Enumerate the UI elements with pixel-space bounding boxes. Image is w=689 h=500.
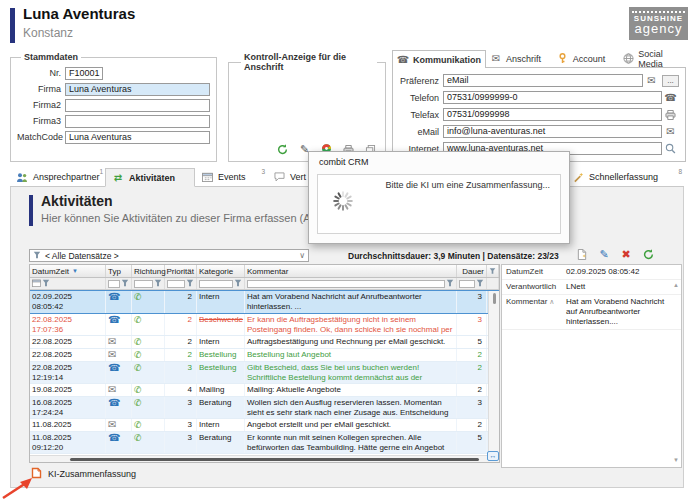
cell-datumzeit: 11.08.2025 09:12:20 — [30, 432, 106, 453]
table-row[interactable]: 16.08.2025 17:24:24 ☎ ✆ 3 Beratung Wolle… — [30, 397, 499, 419]
detail-value[interactable]: Hat am Vorabend Nachricht auf Anrufbeant… — [566, 297, 665, 327]
filter-input[interactable] — [167, 280, 185, 288]
date-picker-button[interactable] — [655, 266, 667, 278]
cell-dauer: 3 — [457, 291, 487, 313]
column-header-datumzeit[interactable]: DatumZeit▼ — [30, 265, 106, 277]
communication-tab[interactable]: Account — [553, 50, 620, 68]
column-header-typ[interactable]: Typ — [106, 265, 132, 277]
vertical-scrollbar[interactable] — [488, 291, 499, 454]
text-input[interactable] — [65, 115, 210, 128]
scroll-down-icon[interactable]: ▼ — [673, 457, 679, 463]
table-row[interactable]: 22.08.2025 12:19:14 ☎ ✆ 3 Bestellung Gib… — [30, 362, 499, 384]
refresh-icon[interactable] — [276, 143, 289, 156]
text-input[interactable]: Luna Aventuras — [65, 131, 210, 144]
record-filter-dropdown[interactable]: < Alle Datensätze > ∨ — [29, 249, 309, 262]
table-row[interactable]: 02.09.2025 08:05:42 ☎ ✆ 2 Intern Hat am … — [30, 290, 499, 314]
communication-tab[interactable]: ✉ Anschrift — [486, 50, 553, 68]
filter-input[interactable] — [247, 280, 445, 288]
funnel-icon[interactable] — [121, 279, 129, 289]
outgoing-call-icon: ✆ — [134, 337, 142, 347]
communication-tab[interactable]: ☎ Kommunikation — [392, 50, 486, 68]
edit-record-button[interactable]: ✎ — [598, 248, 610, 260]
phone-icon: ☎ — [108, 398, 120, 408]
detail-value[interactable]: 02.09.2025 08:05:42 — [566, 267, 665, 277]
column-header-kategorie[interactable]: Kategorie — [197, 265, 245, 277]
column-header-kommentar[interactable]: Kommentar — [245, 265, 457, 277]
calendar-icon — [201, 172, 213, 182]
horizontal-scrollbar[interactable] — [30, 455, 499, 462]
main-tab[interactable]: Schnellerfassung 8 — [566, 168, 684, 186]
chevron-down-icon: ∨ — [299, 251, 305, 260]
page-title: Luna Aventuras — [23, 5, 135, 22]
printer-icon[interactable] — [662, 110, 679, 120]
text-input[interactable]: eMail — [443, 74, 643, 87]
text-input[interactable]: 07531/0999998 — [443, 108, 662, 121]
funnel-icon[interactable] — [186, 279, 194, 289]
funnel-icon[interactable] — [487, 265, 499, 277]
address-preview-legend: Kontroll-Anzeige für die Anschrift — [241, 52, 377, 72]
cell-kommentar: Wollen sich den Ausflug reservieren lass… — [245, 397, 457, 418]
envelope-icon[interactable]: ✉ — [643, 75, 660, 86]
tab-label: Kommunikation — [413, 55, 481, 65]
globe-icon — [623, 53, 634, 64]
cell-dauer: 2 — [457, 362, 487, 383]
delete-record-button[interactable]: ✖ — [620, 248, 632, 260]
calendar-mini-icon[interactable] — [32, 279, 41, 289]
cell-kategorie: Bestellung — [197, 362, 245, 383]
cell-datumzeit: 02.09.2025 08:05:42 — [30, 291, 106, 313]
main-tab[interactable]: Events 3 — [195, 168, 267, 186]
envelope-icon: ✉ — [108, 385, 116, 395]
table-row[interactable]: 22.08.2025 17:07:36 ☎ ✆ 2 Beschwerde Er … — [30, 314, 499, 336]
table-row[interactable]: 22.08.2025 14:47:14 ✉ ✆ 2 Intern Auftrag… — [30, 336, 499, 349]
phone-icon: ☎ — [108, 433, 120, 443]
scroll-up-icon[interactable]: ▲ — [673, 282, 679, 288]
tab-shortcut-badge: 8 — [678, 168, 682, 175]
text-input[interactable] — [65, 99, 210, 112]
filter-input[interactable] — [108, 280, 120, 288]
splitter-resize-button[interactable]: ↔ — [487, 451, 499, 461]
column-header-richtung[interactable]: Richtung — [132, 265, 165, 277]
funnel-icon[interactable] — [154, 279, 162, 289]
table-row[interactable]: 11.08.2025 09:12:20 ☎ ✆ 3 Beratung Er ko… — [30, 432, 499, 454]
text-input[interactable]: F10001 — [65, 67, 103, 80]
cell-kommentar: Hat am Vorabend Nachricht auf Anrufbeant… — [245, 291, 457, 313]
main-tab[interactable]: Ansprechpartner 1 — [10, 168, 105, 186]
record-toolbar: ✎ ✖ — [576, 248, 654, 260]
dialog-body: Bitte die KI um eine Zusammenfassung... — [317, 174, 561, 234]
ki-summary-label: KI-Zusammenfassung — [48, 469, 136, 479]
funnel-icon[interactable] — [476, 279, 484, 289]
collapse-icon[interactable]: ∧ — [549, 298, 554, 305]
communication-tab[interactable]: Social Media — [619, 50, 686, 68]
table-row[interactable]: 22.08.2025 14:45:28 ✉ ✆ 2 Bestellung Bes… — [30, 349, 499, 362]
text-input[interactable]: info@luna-aventuras.net — [443, 125, 662, 138]
ki-summary-row[interactable]: KI-Zusammenfassung — [31, 467, 136, 481]
refresh-icon[interactable] — [642, 248, 654, 260]
cell-prioritaet: 2 — [165, 336, 197, 348]
main-tab[interactable]: ⇄ Aktivitäten — [105, 168, 195, 187]
filter-input[interactable] — [199, 280, 233, 288]
table-row[interactable]: 19.08.2025 09:49:57 ✉ ✆ 4 Mailing Mailin… — [30, 384, 499, 397]
text-input[interactable]: 07531/0999999-0 — [443, 91, 662, 104]
funnel-icon[interactable] — [234, 279, 242, 289]
phone-icon: ☎ — [108, 315, 120, 325]
tab-label: Events — [218, 172, 246, 182]
cell-prioritaet: 3 — [165, 397, 197, 418]
text-input[interactable]: Luna Aventuras — [65, 83, 210, 96]
phone-icon[interactable]: ☎ — [662, 92, 679, 103]
new-doc-icon[interactable] — [576, 248, 588, 260]
column-header-prioritaet[interactable]: Priorität — [165, 265, 197, 277]
envelope-icon[interactable]: ✉ — [662, 126, 679, 137]
detail-value[interactable]: LNett — [566, 282, 665, 292]
funnel-icon[interactable] — [42, 279, 50, 289]
form-row: Firma3 — [17, 114, 210, 128]
search-icon[interactable] — [662, 143, 679, 154]
more-button[interactable]: ... — [662, 75, 679, 87]
column-header-dauer[interactable]: Dauer — [457, 265, 487, 277]
table-row[interactable]: 11.08.2025 09:17:58 ✉ ✆ 3 Intern Angebot… — [30, 419, 499, 432]
funnel-icon[interactable] — [446, 279, 454, 289]
filter-input[interactable] — [459, 280, 475, 288]
cell-prioritaet: 2 — [165, 314, 197, 335]
field-label: eMail — [395, 127, 443, 137]
filter-input[interactable] — [134, 280, 153, 288]
status-text: Durchschnittsdauer: 3,9 Minuten | Datens… — [348, 251, 559, 261]
